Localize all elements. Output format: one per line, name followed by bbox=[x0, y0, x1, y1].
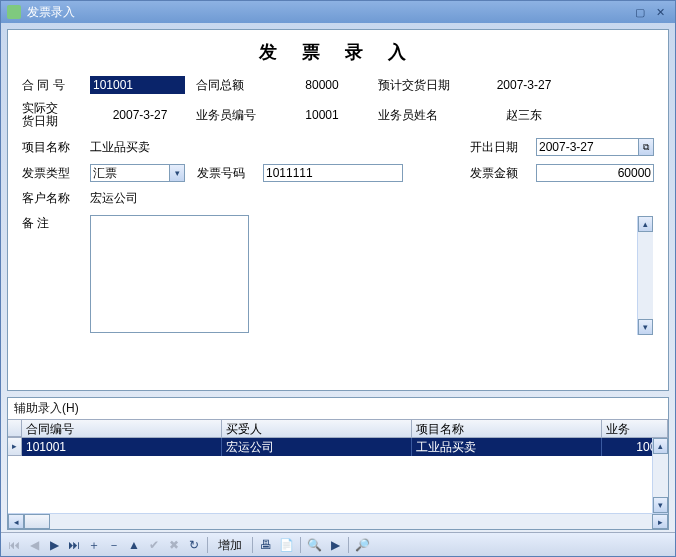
cell-contract-no: 101001 bbox=[22, 438, 222, 456]
scroll-up-icon[interactable]: ▴ bbox=[653, 438, 668, 454]
zoom-button[interactable]: 🔎 bbox=[353, 536, 372, 554]
remarks-label: 备 注 bbox=[22, 215, 84, 336]
refresh-button[interactable]: ↻ bbox=[185, 536, 203, 554]
contract-no-input[interactable] bbox=[90, 76, 185, 94]
invoice-type-label: 发票类型 bbox=[22, 165, 84, 182]
issue-date-picker[interactable]: 2007-3-27 ⧉ bbox=[536, 138, 654, 156]
salesman-name-value: 赵三东 bbox=[464, 107, 584, 124]
search-button[interactable]: 🔍 bbox=[305, 536, 324, 554]
col-biz[interactable]: 业务 bbox=[602, 420, 668, 437]
cell-project: 工业品买卖 bbox=[412, 438, 602, 456]
scroll-right-icon[interactable]: ▸ bbox=[652, 514, 668, 529]
scroll-left-icon[interactable]: ◂ bbox=[8, 514, 24, 529]
col-contract-no[interactable]: 合同编号 bbox=[22, 420, 222, 437]
cancel-edit-button[interactable]: ✖ bbox=[165, 536, 183, 554]
prev-record-button[interactable]: ◀ bbox=[25, 536, 43, 554]
invoice-type-value: 汇票 bbox=[91, 165, 169, 181]
grid-h-scrollbar[interactable]: ◂ ▸ bbox=[8, 513, 668, 529]
print-preview-button[interactable]: 📄 bbox=[277, 536, 296, 554]
actual-delivery-label: 实际交货日期 bbox=[22, 102, 84, 128]
actual-delivery-value: 2007-3-27 bbox=[90, 108, 190, 122]
h-scroll-thumb[interactable] bbox=[24, 514, 50, 529]
invoice-no-input[interactable] bbox=[263, 164, 403, 182]
table-row[interactable]: 101001 宏运公司 工业品买卖 1000 bbox=[22, 438, 668, 456]
add-button[interactable]: 增加 bbox=[212, 536, 248, 554]
print-button[interactable]: 🖶 bbox=[257, 536, 275, 554]
app-window: 发票录入 ▢ ✕ 发 票 录 入 合 同 号 合同总额 80000 预计交货日期… bbox=[0, 0, 676, 557]
titlebar: 发票录入 ▢ ✕ bbox=[1, 1, 675, 23]
scroll-down-icon[interactable]: ▾ bbox=[653, 497, 668, 513]
remarks-scrollbar[interactable]: ▴ ▾ bbox=[637, 216, 653, 335]
salesman-name-label: 业务员姓名 bbox=[378, 107, 458, 124]
form-panel: 发 票 录 入 合 同 号 合同总额 80000 预计交货日期 2007-3-2… bbox=[7, 29, 669, 391]
expected-delivery-value: 2007-3-27 bbox=[464, 78, 584, 92]
confirm-button[interactable]: ✔ bbox=[145, 536, 163, 554]
cell-buyer: 宏运公司 bbox=[222, 438, 412, 456]
invoice-amount-label: 发票金额 bbox=[470, 165, 530, 182]
page-title: 发 票 录 入 bbox=[22, 40, 654, 64]
chevron-down-icon[interactable]: ▾ bbox=[169, 165, 184, 181]
col-project[interactable]: 项目名称 bbox=[412, 420, 602, 437]
grid-v-scrollbar[interactable]: ▴ ▾ bbox=[652, 438, 668, 513]
app-icon bbox=[7, 5, 21, 19]
next-record-button[interactable]: ▶ bbox=[45, 536, 63, 554]
grid-header: 合同编号 买受人 项目名称 业务 bbox=[8, 420, 668, 438]
close-button[interactable]: ✕ bbox=[651, 5, 669, 19]
maximize-button[interactable]: ▢ bbox=[631, 5, 649, 19]
add-record-button[interactable]: ＋ bbox=[85, 536, 103, 554]
scroll-up-icon[interactable]: ▴ bbox=[638, 216, 653, 232]
remarks-textarea[interactable] bbox=[90, 215, 249, 333]
row-marker[interactable]: ▸ bbox=[8, 438, 22, 456]
nav-toolbar: ⏮ ◀ ▶ ⏭ ＋ － ▲ ✔ ✖ ↻ 增加 🖶 📄 🔍 ▶ 🔎 bbox=[1, 532, 675, 556]
expected-delivery-label: 预计交货日期 bbox=[378, 77, 458, 94]
first-record-button[interactable]: ⏮ bbox=[5, 536, 23, 554]
salesman-no-value: 10001 bbox=[272, 108, 372, 122]
scroll-down-icon[interactable]: ▾ bbox=[638, 319, 653, 335]
grid-body: ▸ 101001 宏运公司 工业品买卖 1000 ▴ ▾ bbox=[8, 438, 668, 513]
play-button[interactable]: ▶ bbox=[326, 536, 344, 554]
customer-name-value: 宏运公司 bbox=[90, 190, 138, 207]
window-title: 发票录入 bbox=[27, 4, 75, 21]
invoice-type-combo[interactable]: 汇票 ▾ bbox=[90, 164, 185, 182]
contract-no-label: 合 同 号 bbox=[22, 77, 84, 94]
remove-record-button[interactable]: － bbox=[105, 536, 123, 554]
salesman-no-label: 业务员编号 bbox=[196, 107, 266, 124]
project-name-label: 项目名称 bbox=[22, 139, 84, 156]
aux-panel: 辅助录入(H) 合同编号 买受人 项目名称 业务 ▸ 101001 宏运公司 工… bbox=[7, 397, 669, 530]
invoice-no-label: 发票号码 bbox=[197, 165, 257, 182]
issue-date-value: 2007-3-27 bbox=[537, 139, 638, 155]
aux-title[interactable]: 辅助录入(H) bbox=[8, 398, 668, 419]
customer-name-label: 客户名称 bbox=[22, 190, 84, 207]
col-buyer[interactable]: 买受人 bbox=[222, 420, 412, 437]
aux-grid: 合同编号 买受人 项目名称 业务 ▸ 101001 宏运公司 工业品买卖 100… bbox=[8, 419, 668, 529]
contract-total-label: 合同总额 bbox=[196, 77, 266, 94]
contract-total-value: 80000 bbox=[272, 78, 372, 92]
date-picker-button[interactable]: ⧉ bbox=[638, 139, 653, 155]
last-record-button[interactable]: ⏭ bbox=[65, 536, 83, 554]
issue-date-label: 开出日期 bbox=[470, 139, 530, 156]
edit-record-button[interactable]: ▲ bbox=[125, 536, 143, 554]
invoice-amount-input[interactable] bbox=[536, 164, 654, 182]
project-name-value: 工业品买卖 bbox=[90, 139, 270, 156]
row-marker-header bbox=[8, 420, 22, 437]
